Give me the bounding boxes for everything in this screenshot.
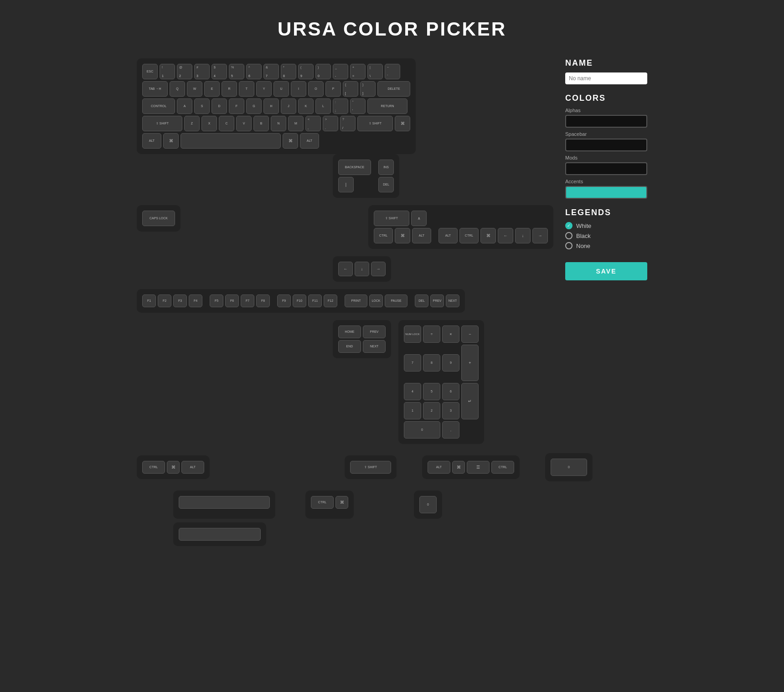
key-super-br[interactable]: ⌘: [452, 461, 465, 474]
key-ins[interactable]: INS: [378, 160, 394, 175]
key-num-minus[interactable]: −: [461, 325, 479, 343]
key-left[interactable]: ←: [498, 228, 513, 243]
key-p[interactable]: P: [325, 81, 341, 97]
key-num-0-c[interactable]: 0: [419, 496, 437, 513]
key-6[interactable]: ^6: [246, 64, 262, 79]
key-caps-lock[interactable]: Caps Lock: [142, 211, 175, 226]
key-f5[interactable]: F5: [210, 294, 223, 307]
key-f8[interactable]: F8: [256, 294, 270, 307]
key-g[interactable]: G: [246, 98, 262, 114]
legend-none-option[interactable]: None: [565, 242, 647, 249]
key-ctrl-s[interactable]: CTRL: [311, 496, 334, 509]
spacebar-swatch[interactable]: [565, 139, 647, 151]
key-f1[interactable]: F1: [142, 294, 156, 307]
key-num-4[interactable]: 4: [404, 383, 421, 400]
key-c[interactable]: C: [219, 116, 234, 131]
key-esc[interactable]: ESC: [142, 64, 158, 79]
key-return[interactable]: RETURN: [367, 98, 407, 114]
key-num-mul[interactable]: ×: [442, 325, 459, 343]
key-ctrl-r2[interactable]: CTRL: [459, 228, 479, 243]
key-super-r2[interactable]: ⌘: [480, 228, 496, 243]
key-f9[interactable]: F9: [277, 294, 291, 307]
key-num-div[interactable]: ÷: [423, 325, 440, 343]
key-9[interactable]: (9: [298, 64, 314, 79]
key-alt-br[interactable]: ALT: [428, 461, 450, 474]
key-k[interactable]: K: [298, 98, 314, 114]
key-del[interactable]: DEL: [378, 177, 394, 192]
key-s[interactable]: S: [194, 98, 210, 114]
key-num-1[interactable]: 1: [404, 402, 421, 419]
save-button[interactable]: SAVE: [565, 262, 647, 280]
legend-none-radio[interactable]: [565, 242, 573, 249]
key-f3[interactable]: F3: [173, 294, 187, 307]
key-2[interactable]: @2: [177, 64, 192, 79]
key-e[interactable]: E: [204, 81, 220, 97]
key-space-bottom2[interactable]: [179, 528, 261, 541]
key-u[interactable]: U: [273, 81, 289, 97]
key-w[interactable]: W: [187, 81, 202, 97]
key-period[interactable]: >.: [323, 116, 338, 131]
key-up[interactable]: ∧: [411, 211, 427, 226]
key-ctrl-l2[interactable]: CTRL: [374, 228, 393, 243]
legend-black-radio[interactable]: [565, 232, 573, 239]
key-f10[interactable]: F10: [293, 294, 306, 307]
key-comma[interactable]: <,: [305, 116, 321, 131]
key-numlock[interactable]: NUM LOCK: [404, 325, 421, 343]
key-num-0[interactable]: 0: [404, 421, 440, 439]
alphas-swatch[interactable]: [565, 115, 647, 128]
key-minus[interactable]: _-: [333, 64, 348, 79]
key-f[interactable]: F: [229, 98, 244, 114]
key-5[interactable]: %5: [229, 64, 244, 79]
key-3[interactable]: #3: [194, 64, 210, 79]
key-print[interactable]: PRINT: [345, 294, 367, 307]
legend-white-radio[interactable]: [565, 222, 573, 229]
key-a[interactable]: A: [177, 98, 192, 114]
key-0[interactable]: )0: [315, 64, 331, 79]
key-z[interactable]: Z: [184, 116, 200, 131]
key-num-7[interactable]: 7: [404, 354, 421, 372]
key-4[interactable]: $4: [211, 64, 227, 79]
key-n[interactable]: N: [271, 116, 286, 131]
key-end[interactable]: END: [338, 340, 361, 353]
key-arr-left[interactable]: ←: [338, 262, 353, 276]
key-shift-right[interactable]: ⇧ SHIFT: [357, 116, 393, 131]
key-rbracket[interactable]: }]: [360, 81, 376, 97]
key-lock[interactable]: LOCK: [369, 294, 383, 307]
key-num-6[interactable]: 6: [442, 383, 459, 400]
key-m[interactable]: M: [288, 116, 304, 131]
key-7[interactable]: &7: [263, 64, 279, 79]
key-del2[interactable]: DEL: [415, 294, 428, 307]
key-x[interactable]: X: [201, 116, 217, 131]
key-1[interactable]: !1: [160, 64, 175, 79]
key-next2[interactable]: NeXT: [363, 340, 386, 353]
name-input[interactable]: [565, 72, 647, 84]
key-v[interactable]: V: [236, 116, 252, 131]
key-q[interactable]: Q: [170, 81, 185, 97]
key-super-left[interactable]: ⌘: [163, 133, 179, 149]
key-l[interactable]: L: [315, 98, 331, 114]
key-prev[interactable]: PREV: [430, 294, 444, 307]
key-num-9[interactable]: 9: [442, 354, 459, 372]
key-down[interactable]: ↓: [515, 228, 531, 243]
key-8[interactable]: *8: [281, 64, 296, 79]
key-num-3[interactable]: 3: [442, 402, 459, 419]
key-r[interactable]: R: [222, 81, 237, 97]
key-i[interactable]: I: [291, 81, 306, 97]
key-tab[interactable]: TAB →H: [142, 81, 168, 97]
key-pipe-nav[interactable]: |: [338, 177, 354, 192]
key-pause[interactable]: PAUSE: [385, 294, 407, 307]
key-cmd-right[interactable]: ⌘: [395, 116, 410, 131]
key-alt-right[interactable]: ALT: [300, 133, 319, 149]
key-quote[interactable]: "': [350, 98, 366, 114]
key-f11[interactable]: F11: [308, 294, 322, 307]
key-num-0-b[interactable]: 0: [551, 459, 587, 476]
key-ctrl-br[interactable]: CTRL: [491, 461, 514, 474]
key-o[interactable]: O: [308, 81, 324, 97]
key-d[interactable]: D: [211, 98, 227, 114]
key-space[interactable]: [181, 133, 281, 149]
key-num-5[interactable]: 5: [423, 383, 440, 400]
key-b[interactable]: B: [253, 116, 269, 131]
key-equals[interactable]: +=: [350, 64, 366, 79]
key-num-8[interactable]: 8: [423, 354, 440, 372]
key-control[interactable]: ContROL: [142, 98, 175, 114]
